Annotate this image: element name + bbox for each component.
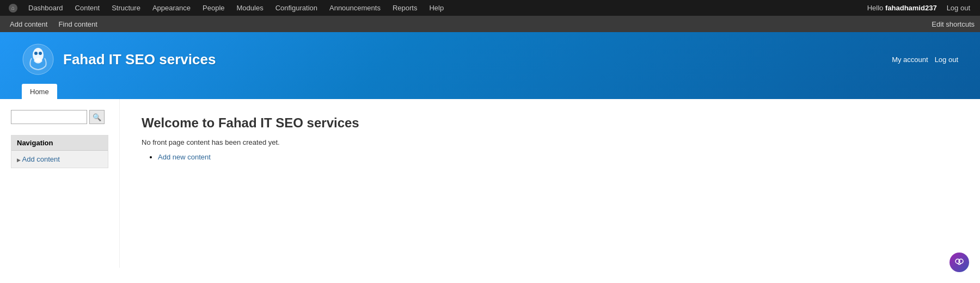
header-top: Fahad IT SEO services My account Log out — [0, 43, 980, 84]
toolbar-item-structure[interactable]: Structure — [106, 0, 146, 16]
add-content-nav-link[interactable]: Add content — [22, 155, 60, 163]
search-input[interactable] — [11, 110, 87, 124]
shortcuts-bar: Add content Find content Edit shortcuts — [0, 16, 980, 32]
home-icon: ⌂ — [9, 4, 17, 13]
bottom-right-widget[interactable] — [950, 253, 969, 268]
toolbar-item-announcements[interactable]: Announcements — [324, 0, 386, 16]
no-content-message: No front page content has been created y… — [142, 138, 958, 146]
svg-point-3 — [39, 52, 42, 55]
my-account-link[interactable]: My account — [892, 56, 928, 64]
sidebar-nav-list: Add content — [11, 151, 108, 168]
primary-nav: Home — [0, 84, 980, 99]
content-area: Welcome to Fahad IT SEO services No fron… — [120, 99, 980, 268]
shortcuts-left: Add content Find content — [5, 16, 102, 32]
toolbar-item-dashboard[interactable]: Dashboard — [23, 0, 69, 16]
toolbar-right: Hello fahadhamid237 Log out — [867, 0, 976, 16]
search-icon: 🔍 — [93, 113, 101, 121]
site-branding: Fahad IT SEO services — [22, 43, 216, 76]
find-content-shortcut[interactable]: Find content — [54, 16, 102, 32]
toolbar-item-reports[interactable]: Reports — [387, 0, 423, 16]
svg-point-5 — [959, 259, 963, 263]
toolbar-item-content[interactable]: Content — [70, 0, 106, 16]
username-label: fahadhamid237 — [885, 4, 937, 12]
search-box: 🔍 — [11, 110, 108, 124]
nav-tab-home[interactable]: Home — [22, 84, 57, 99]
drupal-logo-icon — [22, 43, 54, 76]
sidebar-nav-block: Navigation Add content — [11, 135, 108, 168]
home-toolbar-button[interactable]: ⌂ — [4, 0, 22, 16]
toolbar-item-people[interactable]: People — [197, 0, 230, 16]
toolbar-item-modules[interactable]: Modules — [231, 0, 269, 16]
page-title: Welcome to Fahad IT SEO services — [142, 115, 958, 131]
toolbar-hello-text: Hello fahadhamid237 — [867, 4, 937, 12]
edit-shortcuts-link[interactable]: Edit shortcuts — [932, 20, 975, 28]
brain-icon — [954, 257, 965, 268]
hello-label: Hello — [867, 4, 885, 12]
toolbar-item-help[interactable]: Help — [424, 0, 449, 16]
sidebar: 🔍 Navigation Add content — [0, 99, 120, 268]
list-item: Add content — [17, 154, 102, 164]
site-header: Fahad IT SEO services My account Log out… — [0, 32, 980, 99]
svg-point-2 — [34, 52, 38, 55]
logout-link[interactable]: Log out — [935, 56, 958, 64]
list-item: Add new content — [158, 153, 958, 161]
search-button[interactable]: 🔍 — [89, 110, 105, 124]
toolbar-logout-button[interactable]: Log out — [941, 0, 976, 16]
toolbar-item-configuration[interactable]: Configuration — [270, 0, 323, 16]
toolbar-left: ⌂ Dashboard Content Structure Appearance… — [4, 0, 867, 16]
sidebar-nav-title: Navigation — [11, 136, 108, 151]
toolbar-item-appearance[interactable]: Appearance — [147, 0, 196, 16]
site-title: Fahad IT SEO services — [63, 51, 216, 68]
main-wrapper: 🔍 Navigation Add content Welcome to Faha… — [0, 99, 980, 268]
add-content-shortcut[interactable]: Add content — [5, 16, 52, 32]
add-content-list: Add new content — [158, 153, 958, 161]
header-account-links: My account Log out — [892, 56, 958, 64]
add-new-content-link[interactable]: Add new content — [158, 153, 211, 161]
admin-toolbar: ⌂ Dashboard Content Structure Appearance… — [0, 0, 980, 16]
